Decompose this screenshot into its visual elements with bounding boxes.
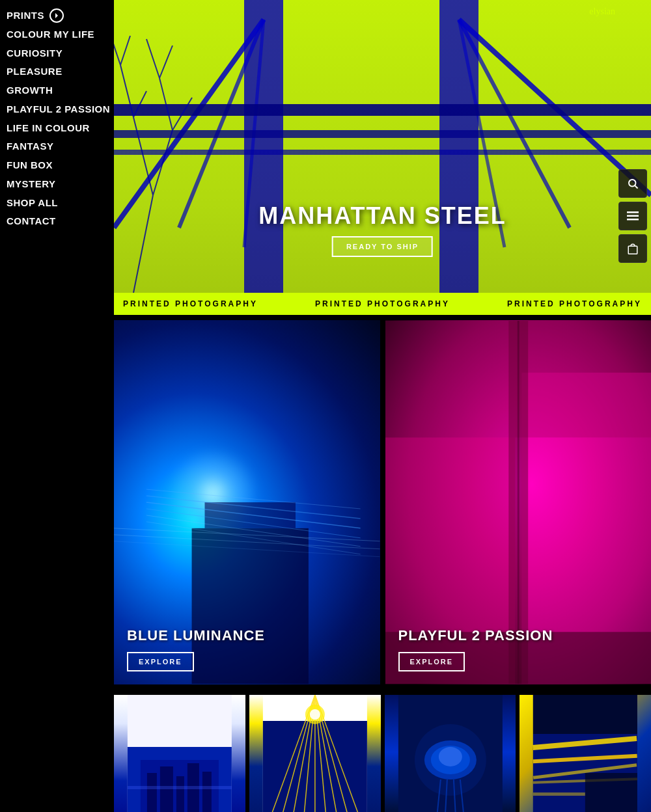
sidebar-label-prints: PRINTS: [7, 7, 44, 25]
blue-luminance-title: BLUE LUMINANCE: [127, 627, 265, 644]
sidebar-item-contact[interactable]: CONTACT: [7, 212, 114, 231]
sidebar-item-pleasure[interactable]: PLEASURE: [7, 62, 114, 81]
feature-card-blue-luminance[interactable]: BLUE LUMINANCE EXPLORE: [114, 320, 380, 684]
svg-line-2: [635, 185, 637, 188]
sidebar-item-playful-2-passion[interactable]: PLAYFUL 2 PASSION: [7, 100, 114, 119]
ticker-item-1: PRINTED PHOTOGRAPHY: [123, 299, 258, 308]
hamburger-icon: [627, 211, 639, 221]
sidebar-item-life-in-colour[interactable]: LIFE IN COLOUR: [7, 119, 114, 138]
sidebar-item-mystery[interactable]: MYSTERY: [7, 175, 114, 194]
playful-2-passion-title: PLAYFUL 2 PASSION: [398, 627, 553, 644]
svg-rect-85: [533, 792, 585, 796]
right-icons-panel: [618, 169, 651, 263]
sidebar-item-fantasy[interactable]: FANTASY: [7, 137, 114, 156]
sidebar-item-colour-my-life[interactable]: COLOUR MY LIFE: [7, 25, 114, 44]
svg-marker-0: [55, 13, 58, 18]
sidebar-item-prints[interactable]: PRINTS: [7, 7, 114, 25]
hero-text-block: MANHATTAN STEEL READY TO SHIP: [258, 202, 506, 257]
arrow-right-icon: [53, 12, 60, 19]
thumbnail-card-3[interactable]: [385, 695, 516, 812]
feature-grid: BLUE LUMINANCE EXPLORE: [114, 315, 651, 690]
svg-point-1: [629, 180, 636, 187]
svg-rect-86: [533, 695, 637, 734]
bag-icon: [627, 242, 639, 255]
svg-rect-5: [627, 219, 639, 221]
search-icon: [627, 178, 639, 189]
svg-rect-4: [627, 215, 639, 217]
thumbnail-card-1[interactable]: [114, 695, 245, 812]
hero-cta-button[interactable]: READY TO SHIP: [332, 236, 433, 257]
menu-button[interactable]: [618, 202, 647, 230]
blue-luminance-info: BLUE LUMINANCE EXPLORE: [127, 627, 265, 671]
hero-title: MANHATTAN STEEL: [258, 202, 506, 230]
playful-2-passion-explore-button[interactable]: EXPLORE: [398, 652, 465, 671]
thumbnail-card-2[interactable]: [249, 695, 381, 812]
svg-rect-51: [147, 773, 157, 812]
thumbnail-card-4[interactable]: [519, 695, 651, 812]
prints-arrow-button[interactable]: [49, 8, 64, 23]
svg-rect-87: [585, 773, 637, 812]
playful-2-passion-info: PLAYFUL 2 PASSION EXPLORE: [398, 627, 553, 671]
hero-image: MANHATTAN STEEL READY TO SHIP: [114, 0, 651, 293]
blue-luminance-explore-button[interactable]: EXPLORE: [127, 652, 194, 671]
search-button[interactable]: [618, 169, 647, 198]
sidebar: PRINTS COLOUR MY LIFE CURIOSITY PLEASURE…: [0, 0, 114, 812]
brand-name: elysian: [589, 7, 615, 17]
ticker-bar: PRINTED PHOTOGRAPHY PRINTED PHOTOGRAPHY …: [114, 293, 651, 315]
feature-card-playful-2-passion[interactable]: PLAYFUL 2 PASSION EXPLORE: [385, 320, 652, 684]
thumbnail-2-illustration: [249, 695, 381, 812]
thumbnail-4-illustration: [519, 695, 651, 812]
svg-point-69: [310, 709, 320, 720]
svg-rect-6: [628, 246, 637, 254]
svg-rect-55: [202, 772, 212, 812]
svg-point-78: [414, 724, 486, 796]
thumbnail-3-illustration: [385, 695, 516, 812]
ticker-item-3: PRINTED PHOTOGRAPHY: [507, 299, 642, 308]
svg-rect-56: [128, 786, 232, 789]
sidebar-item-curiosity[interactable]: CURIOSITY: [7, 44, 114, 63]
thumbnail-row: [114, 690, 651, 812]
cart-button[interactable]: [618, 234, 647, 263]
sidebar-item-shop-all[interactable]: SHOP ALL: [7, 194, 114, 213]
hero-section: MANHATTAN STEEL READY TO SHIP: [114, 0, 651, 293]
svg-rect-53: [176, 776, 184, 812]
sidebar-item-growth[interactable]: GROWTH: [7, 81, 114, 100]
thumbnail-1-illustration: [114, 695, 245, 812]
sidebar-item-fun-box[interactable]: FUN BOX: [7, 156, 114, 175]
main-content: MANHATTAN STEEL READY TO SHIP PRINTED PH…: [114, 0, 651, 812]
ticker-item-2: PRINTED PHOTOGRAPHY: [315, 299, 450, 308]
svg-rect-3: [627, 211, 639, 213]
